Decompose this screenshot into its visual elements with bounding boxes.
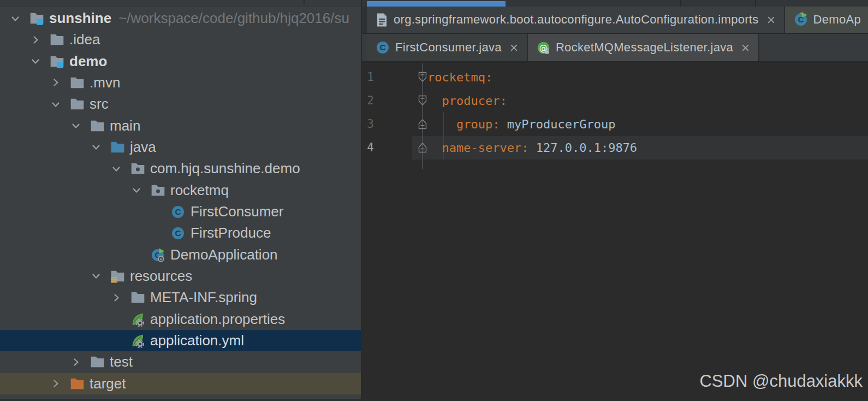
package-icon [151, 184, 165, 198]
close-icon[interactable] [766, 15, 776, 25]
class-icon: C [376, 40, 390, 55]
tree-item-main[interactable]: main [0, 115, 361, 137]
tree-item-target[interactable]: target [0, 373, 361, 394]
fold-marker-icon[interactable] [418, 70, 427, 84]
editor-top-strip [362, 0, 868, 7]
line-number: 3 [363, 113, 374, 136]
annotation-icon: @ [537, 41, 550, 55]
ide-window: sunshine~/workspace/code/github/hjq2016/… [0, 0, 868, 401]
tree-item-label: resources [130, 266, 192, 287]
tree-item-label: FirstConsumer [191, 201, 283, 222]
chevron-collapsed-icon[interactable] [29, 34, 41, 46]
tree-item-application-yml[interactable]: application.yml [0, 330, 361, 351]
tree-item-mvn[interactable]: .mvn [0, 72, 361, 93]
fold-marker-icon[interactable] [418, 94, 427, 107]
editor-tab-row-1: org.springframework.boot.autoconfigure.A… [362, 7, 868, 33]
tree-item-demoapplication[interactable]: CDemoApplication [0, 244, 361, 266]
tab-org-springframework-boot-autoconfigure-autoconfiguration-imports[interactable]: org.springframework.boot.autoconfigure.A… [367, 7, 785, 33]
tree-item-label: com.hjq.sunshine.demo [150, 158, 300, 179]
top-strip-separator [680, 0, 681, 7]
editor-pane: org.springframework.boot.autoconfigure.A… [362, 0, 868, 401]
tree-item-resources[interactable]: resources [0, 266, 361, 287]
tab-strip-border [362, 61, 868, 63]
folder-icon [70, 97, 85, 111]
yaml-value: 127.0.0.1:9876 [528, 141, 637, 155]
chevron-expanded-icon[interactable] [130, 184, 142, 196]
tab-firstconsumer-java[interactable]: CFirstConsumer.java [367, 34, 528, 61]
close-icon[interactable] [740, 43, 751, 53]
tree-item-application-properties[interactable]: application.properties [0, 309, 361, 330]
code-line-2[interactable]: producer: [427, 89, 868, 113]
boot-class-icon: C [151, 248, 165, 262]
tree-item-rocketmq[interactable]: rocketmq [0, 180, 361, 201]
excluded-folder-icon [70, 377, 85, 391]
yaml-key: name-server: [427, 141, 528, 155]
tree-item-firstproduce[interactable]: CFirstProduce [0, 222, 361, 244]
tree-item-com-hjq-sunshine-demo[interactable]: com.hjq.sunshine.demo [0, 158, 361, 179]
header-separator [304, 0, 305, 4]
folder-icon [90, 355, 105, 369]
chevron-collapsed-icon[interactable] [50, 378, 62, 390]
tree-item-label: FirstProduce [191, 222, 271, 244]
chevron-expanded-icon[interactable] [50, 98, 62, 110]
chevron-expanded-icon[interactable] [90, 270, 102, 282]
chevron-collapsed-icon[interactable] [110, 292, 122, 304]
tree-item-label: rocketmq [170, 180, 229, 201]
project-panel-header [0, 0, 361, 7]
chevron-collapsed-icon[interactable] [50, 76, 62, 89]
tree-item-label: sunshine~/workspace/code/github/hjq2016/… [49, 8, 349, 29]
tree-item-sunshine[interactable]: sunshine~/workspace/code/github/hjq2016/… [0, 8, 361, 29]
tree-item-demo[interactable]: demo [0, 51, 361, 72]
tree-item-label: application.yml [150, 330, 244, 351]
svg-text:C: C [379, 43, 385, 52]
yaml-value: myProducerGroup [500, 117, 615, 131]
tab-rocketmqmessagelistener-java[interactable]: @RocketMQMessageListener.java [528, 34, 759, 61]
code-line-4[interactable]: name-server: 127.0.0.1:9876 [427, 136, 868, 160]
tree-item-label: DemoApplication [170, 244, 278, 266]
tree-item-label: target [90, 373, 126, 394]
tab-label: FirstConsumer.java [395, 40, 502, 55]
run-class-icon: C [794, 13, 808, 27]
spring-config-icon [130, 312, 145, 327]
tab-label: org.springframework.boot.autoconfigure.A… [394, 13, 759, 27]
tree-item-label: java [130, 137, 156, 158]
tree-item-label: main [110, 115, 140, 137]
chevron-expanded-icon[interactable] [90, 141, 102, 153]
resources-folder-icon [110, 269, 125, 284]
chevron-collapsed-icon[interactable] [70, 356, 82, 368]
project-panel: sunshine~/workspace/code/github/hjq2016/… [0, 0, 361, 401]
chevron-expanded-icon[interactable] [110, 163, 122, 175]
close-icon[interactable] [509, 43, 519, 53]
chevron-expanded-icon[interactable] [29, 55, 41, 67]
module-folder-icon [50, 55, 64, 69]
tree-item-meta-inf-spring[interactable]: META-INF.spring [0, 287, 361, 308]
tree-item-label: demo [69, 51, 107, 72]
code-line-3[interactable]: group: myProducerGroup [427, 113, 868, 136]
tree-item-label: application.properties [150, 309, 285, 330]
watermark: CSDN @chudaxiakkk [699, 371, 863, 391]
chevron-expanded-icon[interactable] [70, 120, 82, 132]
tree-item-firstconsumer[interactable]: CFirstConsumer [0, 201, 361, 222]
tree-item-java[interactable]: java [0, 137, 361, 158]
code-line-1[interactable]: rocketmq: [427, 66, 868, 89]
package-icon [130, 162, 145, 176]
chevron-expanded-icon[interactable] [9, 13, 21, 25]
source-folder-icon [110, 140, 125, 155]
svg-text:C: C [175, 207, 181, 216]
folder-icon [70, 76, 85, 90]
tree-item-label: .mvn [90, 72, 120, 93]
tree-item-test[interactable]: test [0, 351, 361, 373]
tree-item-label: META-INF.spring [150, 287, 257, 308]
tree-item-label: test [110, 351, 133, 373]
tree-item-idea[interactable]: .idea [0, 29, 361, 50]
panel-bottom-strip [0, 399, 361, 401]
tab-label: DemoApplication.java [813, 13, 860, 27]
fold-marker-icon[interactable] [418, 117, 427, 131]
class-icon: C [171, 226, 186, 240]
tab-demoapplication-java[interactable]: CDemoApplication.java [785, 7, 868, 33]
yaml-key: producer: [427, 94, 507, 108]
svg-text:C: C [175, 229, 181, 238]
folder-icon [50, 33, 64, 47]
tree-item-src[interactable]: src [0, 93, 361, 115]
fold-marker-icon[interactable] [418, 141, 427, 154]
